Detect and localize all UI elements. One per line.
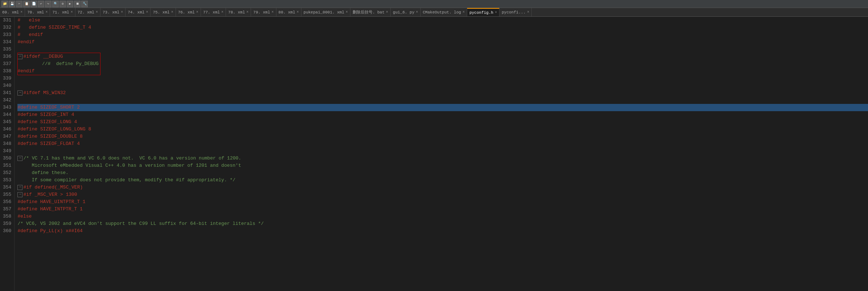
tab-label: 72. xml — [78, 10, 94, 15]
toolbar-icon-10[interactable]: ▶ — [67, 1, 73, 7]
tab-pukepai[interactable]: pukepai_0001. xml × — [301, 8, 350, 16]
toolbar-icon-9[interactable]: ⚙ — [59, 1, 66, 7]
tab-label: 71. xml — [52, 10, 69, 15]
close-icon[interactable]: × — [96, 10, 98, 14]
code-text: define these. — [17, 169, 68, 177]
tab-pyconfigh[interactable]: pyconfig.h × — [467, 8, 499, 16]
code-text: # else — [17, 17, 40, 24]
toolbar-icon-3[interactable]: ✂ — [16, 1, 22, 7]
close-icon[interactable]: × — [495, 11, 497, 15]
toolbar-icon-7[interactable]: ↪ — [45, 1, 52, 7]
tab-72xml[interactable]: 72. xml × — [75, 8, 100, 16]
tab-75xml[interactable]: 75. xml × — [151, 8, 176, 16]
code-text: #else — [17, 213, 32, 220]
close-icon[interactable]: × — [346, 10, 348, 14]
line-num-343: 343 — [3, 104, 11, 111]
tab-77xml[interactable]: 77. xml × — [201, 8, 226, 16]
fold-icon-355[interactable]: − — [17, 192, 22, 197]
tab-label: 删除后挂号. bat — [353, 9, 384, 15]
code-text: #define Py_LL(x) x##I64 — [17, 227, 82, 235]
code-text: #endif — [17, 39, 34, 46]
line-num-341: 341 — [3, 89, 11, 97]
line-num-338: 338 — [3, 68, 11, 75]
toolbar-icon-5[interactable]: 📄 — [30, 1, 37, 7]
toolbar-icon-1[interactable]: 📁 — [1, 1, 8, 7]
close-icon[interactable]: × — [121, 10, 123, 14]
tab-79xml[interactable]: 79. xml × — [251, 8, 276, 16]
close-icon[interactable]: × — [462, 10, 465, 14]
tab-label: 79. xml — [253, 10, 270, 15]
tab-74xml[interactable]: 74. xml × — [126, 8, 151, 16]
toolbar-icon-6[interactable]: ↩ — [38, 1, 44, 7]
close-icon[interactable]: × — [171, 10, 173, 14]
code-text: Microsoft eMbedded Visual C++ 4.0 has a … — [17, 162, 241, 169]
tab-69xml[interactable]: 69. xml × — [0, 8, 25, 16]
code-line-339 — [17, 75, 868, 82]
toolbar-icon-4[interactable]: 📋 — [23, 1, 30, 7]
line-num-349: 349 — [3, 147, 11, 155]
line-num-359: 359 — [3, 220, 11, 227]
close-icon[interactable]: × — [146, 10, 148, 14]
close-icon[interactable]: × — [527, 10, 529, 14]
close-icon[interactable]: × — [297, 10, 299, 14]
code-line-348: #define SIZEOF_FLOAT 4 — [17, 140, 868, 147]
line-num-348: 348 — [3, 140, 11, 147]
toolbar-icon-11[interactable]: ⏹ — [74, 1, 81, 7]
close-icon[interactable]: × — [416, 10, 418, 14]
tab-label: gui_6. py — [393, 10, 414, 15]
toolbar-icon-12[interactable]: 🔧 — [81, 1, 88, 7]
tab-76xml[interactable]: 76. xml × — [176, 8, 201, 16]
close-icon[interactable]: × — [386, 10, 388, 14]
close-icon[interactable]: × — [20, 10, 22, 14]
code-line-351: Microsoft eMbedded Visual C++ 4.0 has a … — [17, 162, 868, 169]
code-text: #define SIZEOF_DOUBLE 8 — [17, 133, 82, 140]
code-content[interactable]: # else # define SIZEOF_TIME_T 4 # endif … — [15, 17, 868, 291]
code-text: #define HAVE_UINTPTR_T 1 — [17, 198, 85, 206]
line-num-332: 332 — [3, 24, 11, 31]
tab-70xml[interactable]: 70. xml × — [25, 8, 50, 16]
line-num-344: 344 — [3, 111, 11, 118]
close-icon[interactable]: × — [71, 10, 73, 14]
code-line-347: #define SIZEOF_DOUBLE 8 — [17, 133, 868, 140]
code-text: #define SIZEOF_SHORT 2 — [17, 104, 80, 111]
line-num-355: 355 — [3, 191, 11, 198]
code-line-353: If some compiler does not provide them, … — [17, 177, 868, 184]
toolbar-icon-2[interactable]: 💾 — [9, 1, 15, 7]
line-num-352: 352 — [3, 169, 11, 177]
tab-71xml[interactable]: 71. xml × — [50, 8, 75, 16]
close-icon[interactable]: × — [272, 10, 274, 14]
tab-gui6py[interactable]: gui_6. py × — [391, 8, 420, 16]
code-text: # define SIZEOF_TIME_T 4 — [17, 24, 91, 31]
code-line-342 — [17, 97, 868, 104]
code-text: #define HAVE_INTPTR_T 1 — [17, 206, 82, 213]
close-icon[interactable]: × — [221, 10, 223, 14]
code-line-357: #define HAVE_INTPTR_T 1 — [17, 206, 868, 213]
tab-80xml[interactable]: 80. xml × — [276, 8, 301, 16]
code-text: #if defined(_MSC_VER) — [23, 184, 83, 191]
line-num-353: 353 — [3, 177, 11, 184]
tab-pyconfig2[interactable]: pyconfi... × — [499, 8, 532, 16]
fold-icon-354[interactable]: − — [17, 185, 22, 190]
code-line-344: #define SIZEOF_INT 4 — [17, 111, 868, 118]
tab-label: pyconfi... — [502, 10, 526, 15]
tab-label: 74. xml — [128, 10, 144, 15]
line-num-335: 335 — [3, 46, 11, 53]
code-line-332: # define SIZEOF_TIME_T 4 — [17, 24, 868, 31]
tab-delete-bat[interactable]: 删除后挂号. bat × — [350, 8, 391, 16]
code-line-359: /* VC6, VS 2002 and eVC4 don't support t… — [17, 220, 868, 227]
tab-label: 75. xml — [153, 10, 169, 15]
line-num-340: 340 — [3, 82, 11, 89]
code-line-346: #define SIZEOF_LONG_LONG 8 — [17, 126, 868, 133]
close-icon[interactable]: × — [45, 10, 48, 14]
close-icon[interactable]: × — [246, 10, 248, 14]
code-line-358: #else — [17, 213, 868, 220]
line-numbers: 331 332 333 334 335 336 337 338 339 340 … — [0, 17, 15, 291]
code-line-352: define these. — [17, 169, 868, 177]
tab-78xml[interactable]: 78. xml × — [226, 8, 251, 16]
fold-icon-350[interactable]: − — [17, 156, 22, 161]
tab-cmakeoutput[interactable]: CMakeOutput. log × — [421, 8, 468, 16]
toolbar-icon-8[interactable]: 🔍 — [52, 1, 59, 7]
tab-73xml[interactable]: 73. xml × — [100, 8, 126, 16]
fold-icon-341[interactable]: − — [17, 90, 22, 96]
close-icon[interactable]: × — [196, 10, 198, 14]
